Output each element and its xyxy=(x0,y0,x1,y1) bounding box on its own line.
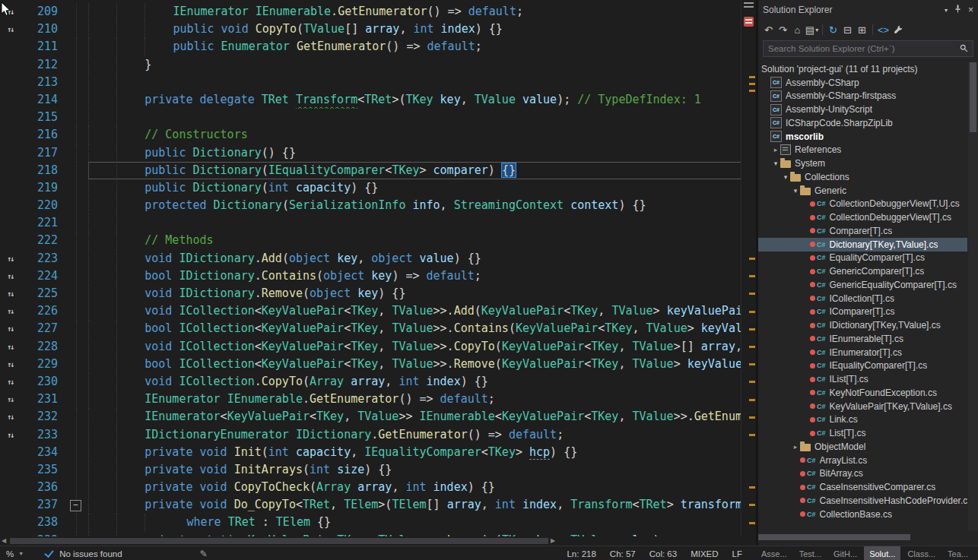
code-line-230[interactable]: ↑↓230void ICollection.CopyTo(Array array… xyxy=(0,373,741,391)
solution-explorer-titlebar[interactable]: Solution Explorer ▾ × xyxy=(758,0,978,20)
code-line-223[interactable]: ↑↓223void IDictionary.Add(object key, ob… xyxy=(0,250,741,267)
tree-item-keyvaluepair-tkey-tvalue-cs[interactable]: C#KeyValuePair[TKey,TValue].cs xyxy=(758,400,967,413)
code-line-212[interactable]: 212} xyxy=(0,56,741,74)
tree-item-system[interactable]: ▾System xyxy=(758,157,967,170)
tree-item-references[interactable]: ▸References xyxy=(758,144,967,157)
home-icon[interactable]: ⌂ xyxy=(790,23,805,37)
code-line-225[interactable]: ↑↓225void IDictionary.Remove(object key)… xyxy=(0,285,741,302)
tree-item-ienumerator-t-cs[interactable]: C#IEnumerator[T].cs xyxy=(758,346,967,359)
code-line-214[interactable]: 214private delegate TRet Transform<TRet>… xyxy=(0,91,741,109)
panel-tab-gith[interactable]: GitH... xyxy=(828,546,862,560)
code-line-221[interactable]: 221 xyxy=(0,214,741,232)
tree-item-icsharpcode-sharpziplib[interactable]: C#ICSharpCode.SharpZipLib xyxy=(758,116,967,130)
code-line-213[interactable]: 213 xyxy=(0,74,741,91)
search-icon[interactable] xyxy=(960,44,968,54)
code-line-220[interactable]: 220protected Dictionary(SerializationInf… xyxy=(0,197,741,214)
code-line-238[interactable]: 238 where TRet : TElem {} xyxy=(0,514,741,531)
pin-icon[interactable] xyxy=(954,5,962,15)
code-line-209[interactable]: ↑↓209IEnumerator IEnumerable.GetEnumerat… xyxy=(0,3,741,21)
code-line-228[interactable]: ↑↓228void ICollection<KeyValuePair<TKey,… xyxy=(0,338,741,356)
tree-item-assembly-unityscript[interactable]: C#Assembly-UnityScript xyxy=(758,103,967,116)
switch-views-icon[interactable]: ▤▾ xyxy=(805,23,819,37)
scroll-left-icon[interactable]: ◀ xyxy=(2,537,6,545)
tree-item-generic[interactable]: ▾Generic xyxy=(758,184,967,198)
tree-item-assembly-csharp[interactable]: C#Assembly-CSharp xyxy=(758,76,967,90)
code-line-215[interactable]: 215 xyxy=(0,109,741,126)
tree-item-collectiondebuggerview-t-u-cs[interactable]: C#CollectionDebuggerView[T,U].cs xyxy=(758,198,967,211)
tree-item-assembly-csharp-firstpass[interactable]: C#Assembly-CSharp-firstpass xyxy=(758,90,967,103)
tree-item-dictionary-tkey-tvalue-cs[interactable]: C#Dictionary[TKey,TValue].cs xyxy=(758,238,967,252)
tree-item-collectiondebuggerview-t-cs[interactable]: C#CollectionDebuggerView[T].cs xyxy=(758,210,967,224)
collapse-all-icon[interactable]: ⊟ xyxy=(840,23,855,37)
column-indicator[interactable]: Col: 63 xyxy=(649,549,677,558)
code-line-236[interactable]: 236private void CopyToCheck(Array array,… xyxy=(0,479,741,496)
panel-tab-test[interactable]: Test... xyxy=(794,546,827,560)
panel-tab-class[interactable]: Class... xyxy=(902,546,941,560)
show-all-files-icon[interactable]: ⊞ xyxy=(855,23,869,37)
close-icon[interactable]: × xyxy=(968,5,973,15)
collapsed-arrow-icon[interactable]: ▸ xyxy=(791,443,800,451)
expanded-arrow-icon[interactable]: ▾ xyxy=(771,160,780,167)
tree-item-mscorlib[interactable]: C#mscorlib xyxy=(758,130,967,144)
sync-active-document-icon[interactable]: ↻ xyxy=(826,23,840,37)
eol-indicator[interactable]: LF xyxy=(732,549,742,558)
tree-item-objectmodel[interactable]: ▸ObjectModel xyxy=(758,440,967,454)
tree-item-ilist-t-cs[interactable]: C#IList[T].cs xyxy=(758,372,967,386)
tree-item-link-cs[interactable]: C#Link.cs xyxy=(758,413,967,427)
expanded-arrow-icon[interactable]: ▾ xyxy=(791,187,800,195)
scroll-right-icon[interactable]: ▶ xyxy=(551,537,555,545)
tree-item-arraylist-cs[interactable]: C#ArrayList.cs xyxy=(758,454,967,467)
code-line-232[interactable]: ↑↓232IEnumerator<KeyValuePair<TKey, TVal… xyxy=(0,408,741,426)
tree-item-idictionary-tkey-tvalue-cs[interactable]: C#IDictionary[TKey,TValue].cs xyxy=(758,318,967,332)
code-line-234[interactable]: 234private void Init(int capacity, IEqua… xyxy=(0,444,741,461)
horizontal-scroll-thumb[interactable] xyxy=(10,538,548,544)
tree-item-caseinsensitivehashcodeprovider-cs[interactable]: C#CaseInsensitiveHashCodeProvider.cs xyxy=(758,494,967,508)
editor-horizontal-scrollbar[interactable]: ◀ ▶ xyxy=(0,536,756,546)
split-handle-icon[interactable] xyxy=(744,2,754,10)
tree-item-bitarray-cs[interactable]: C#BitArray.cs xyxy=(758,467,967,481)
zoom-caret-icon[interactable]: ▼ xyxy=(18,551,24,556)
tree-item-comparer-t-cs[interactable]: C#Comparer[T].cs xyxy=(758,224,967,238)
tree-item-genericequalitycomparer-t-cs[interactable]: C#GenericEqualityComparer[T].cs xyxy=(758,278,967,292)
tree-item-icollection-t-cs[interactable]: C#ICollection[T].cs xyxy=(758,292,967,305)
tree-item-icomparer-t-cs[interactable]: C#IComparer[T].cs xyxy=(758,305,967,319)
forward-icon[interactable]: ↷ xyxy=(776,23,790,37)
tree-item-collectionbase-cs[interactable]: C#CollectionBase.cs xyxy=(758,508,967,521)
code-line-210[interactable]: ↑↓210public void CopyTo(TValue[] array, … xyxy=(0,21,741,38)
zoom-control[interactable]: % xyxy=(6,549,14,558)
code-line-233[interactable]: ↑↓233IDictionaryEnumerator IDictionary.G… xyxy=(0,426,741,444)
code-line-231[interactable]: ↑↓231IEnumerator IEnumerable.GetEnumerat… xyxy=(0,391,741,408)
code-line-216[interactable]: 216// Constructors xyxy=(0,126,741,144)
encoding-indicator[interactable]: MIXED xyxy=(691,549,718,558)
solution-root-node[interactable]: Solution 'project-gui' (11 of 11 project… xyxy=(758,62,967,76)
tree-item-collections[interactable]: ▾Collections xyxy=(758,170,967,184)
expanded-arrow-icon[interactable]: ▾ xyxy=(781,173,790,181)
tree-item-list-t-cs[interactable]: C#List[T].cs xyxy=(758,426,967,440)
panel-tab-asse[interactable]: Asse... xyxy=(756,546,792,560)
properties-icon[interactable] xyxy=(891,23,905,37)
code-line-224[interactable]: ↑↓224bool IDictionary.Contains(object ke… xyxy=(0,267,741,285)
code-line-227[interactable]: ↑↓227bool ICollection<KeyValuePair<TKey,… xyxy=(0,320,741,337)
code-line-218[interactable]: 218public Dictionary(IEqualityComparer<T… xyxy=(0,162,741,179)
fold-collapse-button[interactable]: − xyxy=(70,500,81,511)
tree-item-ienumerable-t-cs[interactable]: C#IEnumerable[T].cs xyxy=(758,332,967,346)
panel-tab-solut[interactable]: Solut... xyxy=(864,546,900,560)
code-line-219[interactable]: 219public Dictionary(int capacity) {} xyxy=(0,179,741,197)
tree-item-equalitycomparer-t-cs[interactable]: C#EqualityComparer[T].cs xyxy=(758,252,967,265)
character-indicator[interactable]: Ch: 57 xyxy=(610,549,636,558)
editor-vertical-scrollbar[interactable] xyxy=(741,0,756,536)
code-line-222[interactable]: 222// Methods xyxy=(0,232,741,249)
issues-status[interactable]: No issues found xyxy=(59,549,122,558)
tree-item-iequalitycomparer-t-cs[interactable]: C#IEqualityComparer[T].cs xyxy=(758,359,967,373)
code-line-226[interactable]: ↑↓226void ICollection<KeyValuePair<TKey,… xyxy=(0,302,741,320)
tree-item-genericcomparer-t-cs[interactable]: C#GenericComparer[T].cs xyxy=(758,264,967,278)
code-line-237[interactable]: 237−private void Do_CopyTo<TRet, TElem>(… xyxy=(0,496,741,514)
tree-item-keynotfoundexception-cs[interactable]: C#KeyNotFoundException.cs xyxy=(758,386,967,400)
code-editor[interactable]: ↑↓209IEnumerator IEnumerable.GetEnumerat… xyxy=(0,0,756,536)
explorer-horizontal-scrollbar[interactable] xyxy=(758,534,967,541)
code-line-211[interactable]: 211public Enumerator GetEnumerator() => … xyxy=(0,38,741,55)
search-input[interactable]: Search Solution Explorer (Ctrl+`) xyxy=(763,40,973,57)
collapsed-arrow-icon[interactable]: ▸ xyxy=(771,146,780,153)
panel-tab-tea[interactable]: Tea... xyxy=(942,546,973,560)
code-line-235[interactable]: 235private void InitArrays(int size) {} xyxy=(0,461,741,479)
